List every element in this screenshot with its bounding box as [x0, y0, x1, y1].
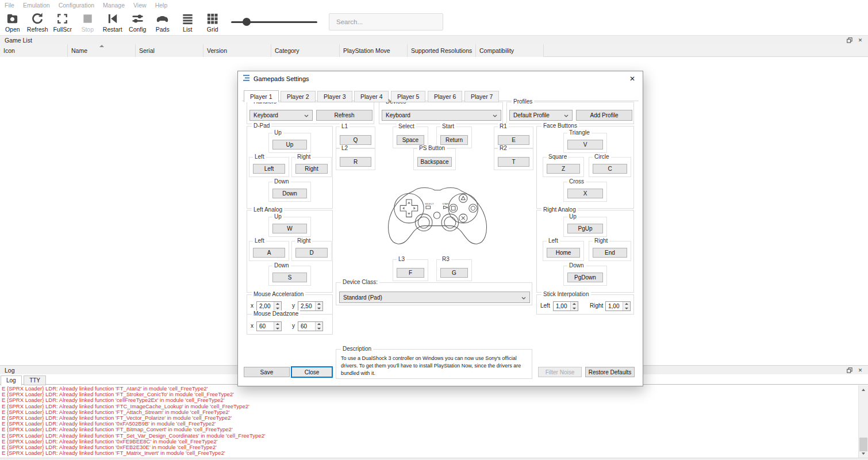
tab-tty[interactable]: TTY: [24, 375, 46, 385]
log-content[interactable]: E {SPRX Loader} LDR: Already linked func…: [0, 384, 868, 458]
circle-bind-button[interactable]: C: [593, 164, 627, 174]
column-header-category[interactable]: Category: [271, 44, 340, 57]
left-analog-left-bind-button[interactable]: A: [253, 248, 285, 258]
l1-bind-button[interactable]: Q: [340, 135, 371, 145]
spinner-arrows[interactable]: [315, 322, 322, 331]
dpad-up-bind-button[interactable]: Up: [272, 140, 307, 150]
cross-bind-button[interactable]: X: [567, 189, 603, 198]
toolbar-list-button[interactable]: List: [175, 10, 201, 35]
toolbar-fullscreen-button[interactable]: FullScr: [50, 10, 75, 35]
slider-handle[interactable]: [243, 18, 251, 26]
dialog-close-icon[interactable]: ✕: [622, 71, 643, 86]
tab-player-6[interactable]: Player 6: [428, 91, 463, 102]
column-header-resolutions[interactable]: Supported Resolutions: [408, 44, 476, 57]
ps-button-bind-button[interactable]: Backspace: [417, 157, 452, 167]
r2-bind-button[interactable]: T: [498, 157, 529, 167]
scroll-down-icon[interactable]: [859, 449, 868, 458]
menu-configuration[interactable]: Configuration: [59, 2, 94, 9]
stick-interp-left-spinner[interactable]: 1,00: [553, 301, 578, 311]
r1-label: R1: [498, 123, 509, 130]
select-bind-button[interactable]: Space: [397, 135, 424, 145]
l2-bind-button[interactable]: R: [340, 157, 371, 167]
toolbar-pads-button[interactable]: Pads: [150, 10, 175, 35]
square-bind-button[interactable]: Z: [547, 164, 580, 174]
close-icon[interactable]: ✕: [857, 37, 864, 44]
toolbar-grid-button[interactable]: Grid: [200, 10, 225, 35]
right-analog-left-bind-button[interactable]: Home: [547, 248, 580, 258]
mouse-accel-x-spinner[interactable]: 2,00: [256, 301, 282, 311]
tab-player-1[interactable]: Player 1: [244, 90, 279, 102]
right-analog-down-label: Down: [567, 262, 586, 269]
right-analog-up-bind-button[interactable]: PgUp: [567, 224, 603, 233]
column-header-psmove[interactable]: PlayStation Move: [340, 44, 408, 57]
restore-defaults-button[interactable]: Restore Defaults: [585, 367, 635, 377]
dpad-right-bind-button[interactable]: Right: [295, 164, 328, 174]
profile-select[interactable]: Default Profile: [509, 110, 573, 121]
right-analog-down-bind-button[interactable]: PgDown: [567, 273, 603, 282]
chevron-down-icon: [564, 112, 569, 118]
icon-size-slider[interactable]: [231, 18, 317, 26]
device-class-select[interactable]: Standard (Pad): [339, 292, 530, 303]
left-analog-up-group: Up W: [268, 217, 311, 237]
spinner-arrows[interactable]: [274, 322, 281, 331]
tab-player-4[interactable]: Player 4: [354, 91, 389, 102]
right-analog-right-bind-button[interactable]: End: [593, 248, 627, 258]
r3-bind-button[interactable]: G: [440, 268, 468, 278]
description-text: To use a DualShock 3 controller on Windo…: [341, 355, 528, 377]
tab-player-2[interactable]: Player 2: [281, 91, 316, 102]
left-analog-up-bind-button[interactable]: W: [272, 224, 307, 233]
dialog-titlebar[interactable]: Gamepads Settings ✕: [238, 71, 643, 86]
tab-player-7[interactable]: Player 7: [464, 91, 500, 102]
menu-view[interactable]: View: [133, 2, 147, 9]
save-button[interactable]: Save: [244, 367, 290, 377]
left-analog-down-bind-button[interactable]: S: [272, 273, 307, 282]
refresh-button[interactable]: Refresh: [316, 110, 372, 121]
mouse-accel-y-spinner[interactable]: 2,50: [298, 301, 323, 311]
square-group: Square Z: [543, 157, 584, 177]
left-analog-right-bind-button[interactable]: D: [295, 248, 328, 258]
dpad-down-bind-button[interactable]: Down: [272, 189, 307, 198]
spinner-arrows[interactable]: [315, 302, 322, 310]
mouse-deadzone-y-spinner[interactable]: 60: [298, 321, 323, 331]
tab-player-3[interactable]: Player 3: [317, 91, 352, 102]
toolbar-config-button[interactable]: Config: [125, 10, 151, 35]
float-icon[interactable]: [846, 37, 853, 44]
column-header-compatibility[interactable]: Compatibility: [476, 44, 544, 57]
column-header-icon[interactable]: Icon: [0, 44, 68, 57]
spinner-arrows[interactable]: [274, 302, 281, 310]
menu-file[interactable]: File: [5, 2, 14, 9]
stick-interp-right-spinner[interactable]: 1,00: [605, 301, 631, 311]
spinner-arrows[interactable]: [570, 302, 578, 310]
log-scrollbar[interactable]: [858, 385, 868, 458]
close-button[interactable]: Close: [291, 366, 333, 378]
toolbar-open-button[interactable]: Open: [0, 10, 25, 35]
scroll-up-icon[interactable]: [859, 385, 868, 394]
menu-manage[interactable]: Manage: [103, 2, 125, 9]
dpad-left-bind-button[interactable]: Left: [253, 164, 285, 174]
rpcs3-window: File Emulation Configuration Manage View…: [0, 0, 868, 460]
handler-select[interactable]: Keyboard: [249, 110, 313, 121]
dpad-down-group: Down Down: [268, 182, 311, 202]
column-header-version[interactable]: Version: [203, 44, 271, 57]
toolbar-refresh-button[interactable]: Refresh: [25, 10, 51, 35]
start-bind-button[interactable]: Return: [440, 135, 468, 145]
triangle-bind-button[interactable]: V: [567, 140, 603, 150]
device-select[interactable]: Keyboard: [382, 110, 501, 121]
menu-emulation[interactable]: Emulation: [23, 2, 50, 9]
search-input[interactable]: [329, 13, 443, 30]
log-float-icon[interactable]: [846, 367, 853, 374]
l3-bind-button[interactable]: F: [397, 268, 424, 278]
spinner-arrows[interactable]: [623, 302, 630, 310]
toolbar-grid-label: Grid: [207, 26, 218, 33]
r1-bind-button[interactable]: E: [498, 135, 529, 145]
log-close-icon[interactable]: ✕: [857, 367, 864, 374]
tab-player-5[interactable]: Player 5: [391, 91, 426, 102]
toolbar-stop-label: Stop: [81, 26, 94, 33]
toolbar-restart-button[interactable]: Restart: [100, 10, 125, 35]
tab-log[interactable]: Log: [1, 375, 22, 386]
ps-button-label: PS Button: [417, 145, 447, 152]
add-profile-button[interactable]: Add Profile: [576, 110, 632, 121]
menu-help[interactable]: Help: [155, 2, 168, 9]
mouse-deadzone-x-spinner[interactable]: 60: [256, 321, 282, 331]
column-header-serial[interactable]: Serial: [136, 44, 203, 57]
